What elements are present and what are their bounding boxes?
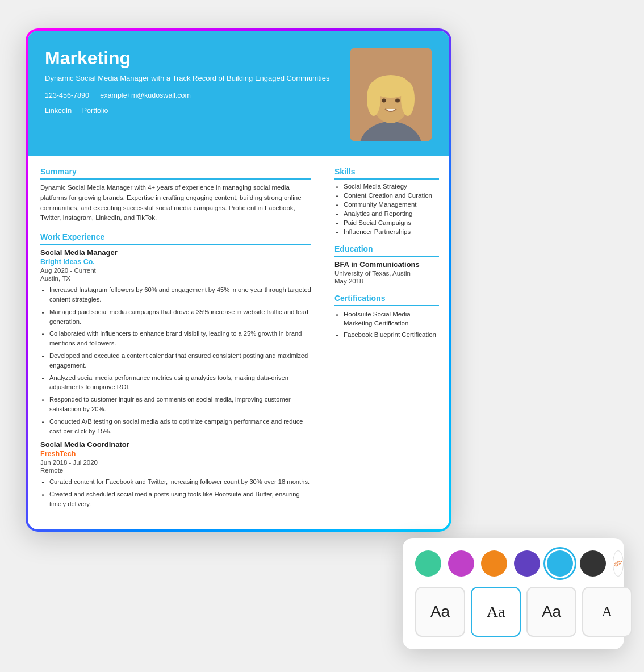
color-swatch-purple-pink[interactable] bbox=[448, 550, 474, 577]
cert-2: Facebook Blueprint Certification bbox=[344, 330, 439, 339]
header-phone: 123-456-7890 bbox=[45, 91, 89, 99]
font-option-thin[interactable]: A bbox=[582, 587, 632, 637]
job-1-dates: Aug 2020 - Current bbox=[40, 267, 311, 274]
color-row: ✏ bbox=[415, 550, 612, 577]
resume-right-column: Skills Social Media Strategy Content Cre… bbox=[324, 156, 449, 529]
summary-text: Dynamic Social Media Manager with 4+ yea… bbox=[40, 183, 311, 223]
job-2: Social Media Coordinator FreshTech Jun 2… bbox=[40, 440, 311, 508]
svg-rect-7 bbox=[373, 86, 409, 95]
education-section: Education BFA in Communications Universi… bbox=[334, 244, 439, 285]
cert-1: Hootsuite Social Media Marketing Certifi… bbox=[344, 310, 439, 328]
skill-3: Community Management bbox=[344, 201, 439, 208]
font-option-light[interactable]: Aa bbox=[526, 587, 576, 637]
picker-panel: ✏ Aa Aa Aa A bbox=[403, 538, 624, 649]
job-1-bullet-3: Collaborated with influencers to enhance… bbox=[49, 329, 311, 348]
work-experience-title: Work Experience bbox=[40, 232, 311, 245]
edu-school: University of Texas, Austin bbox=[334, 270, 439, 277]
job-1-bullet-1: Increased Instagram followers by 60% and… bbox=[49, 285, 311, 304]
job-2-bullet-2: Created and scheduled social media posts… bbox=[49, 490, 311, 509]
color-swatch-dark[interactable] bbox=[580, 550, 606, 577]
edu-date: May 2018 bbox=[334, 278, 439, 285]
header-left: Marketing Dynamic Social Media Manager w… bbox=[45, 48, 350, 115]
header-subtitle: Dynamic Social Media Manager with a Trac… bbox=[45, 73, 338, 84]
header-links: LinkedIn Portfolio bbox=[45, 105, 338, 115]
font-label-light: Aa bbox=[542, 603, 561, 621]
job-1-bullet-5: Analyzed social media performance metric… bbox=[49, 373, 311, 393]
color-custom-button[interactable]: ✏ bbox=[613, 550, 624, 577]
font-row: Aa Aa Aa A bbox=[415, 587, 612, 637]
job-1-bullets: Increased Instagram followers by 60% and… bbox=[49, 285, 311, 436]
summary-section: Summary Dynamic Social Media Manager wit… bbox=[40, 167, 311, 223]
header-contact: 123-456-7890 example+m@kudoswall.com bbox=[45, 91, 338, 99]
resume-header: Marketing Dynamic Social Media Manager w… bbox=[28, 31, 449, 156]
job-2-dates: Jun 2018 - Jul 2020 bbox=[40, 459, 311, 466]
resume-wrapper: Marketing Dynamic Social Media Manager w… bbox=[26, 28, 451, 532]
pencil-icon: ✏ bbox=[610, 555, 626, 571]
color-swatch-blue[interactable] bbox=[547, 550, 573, 577]
color-swatch-orange[interactable] bbox=[481, 550, 507, 577]
skill-2: Content Creation and Curation bbox=[344, 192, 439, 199]
job-2-company: FreshTech bbox=[40, 450, 311, 458]
portfolio-link[interactable]: Portfolio bbox=[82, 107, 108, 115]
skill-5: Paid Social Campaigns bbox=[344, 219, 439, 226]
job-1-title: Social Media Manager bbox=[40, 248, 311, 257]
svg-point-9 bbox=[395, 99, 400, 103]
certifications-list: Hootsuite Social Media Marketing Certifi… bbox=[344, 310, 439, 339]
font-option-serif[interactable]: Aa bbox=[471, 587, 521, 637]
color-swatch-teal[interactable] bbox=[415, 550, 441, 577]
skill-1: Social Media Strategy bbox=[344, 183, 439, 190]
resume-body: Summary Dynamic Social Media Manager wit… bbox=[28, 156, 449, 529]
job-1-bullet-2: Managed paid social media campaigns that… bbox=[49, 307, 311, 327]
skills-title: Skills bbox=[334, 167, 439, 180]
job-2-title: Social Media Coordinator bbox=[40, 440, 311, 449]
header-title: Marketing bbox=[45, 48, 338, 69]
skill-6: Influencer Partnerships bbox=[344, 228, 439, 235]
linkedin-link[interactable]: LinkedIn bbox=[45, 107, 72, 115]
job-1-bullet-6: Responded to customer inquiries and comm… bbox=[49, 395, 311, 414]
skills-section: Skills Social Media Strategy Content Cre… bbox=[334, 167, 439, 235]
edu-degree: BFA in Communications bbox=[334, 260, 439, 269]
certifications-section: Certifications Hootsuite Social Media Ma… bbox=[334, 294, 439, 339]
resume-left-column: Summary Dynamic Social Media Manager wit… bbox=[28, 156, 324, 529]
skills-list: Social Media Strategy Content Creation a… bbox=[344, 183, 439, 235]
profile-photo bbox=[350, 48, 432, 141]
job-1-bullet-7: Conducted A/B testing on social media ad… bbox=[49, 417, 311, 436]
education-title: Education bbox=[334, 244, 439, 257]
font-label-serif: Aa bbox=[487, 603, 505, 621]
job-1: Social Media Manager Bright Ideas Co. Au… bbox=[40, 248, 311, 436]
font-option-sans[interactable]: Aa bbox=[415, 587, 465, 637]
job-1-bullet-4: Developed and executed a content calenda… bbox=[49, 351, 311, 370]
font-label-thin: A bbox=[602, 603, 613, 620]
header-email: example+m@kudoswall.com bbox=[100, 91, 191, 99]
svg-point-8 bbox=[382, 99, 386, 103]
job-2-bullets: Curated content for Facebook and Twitter… bbox=[49, 477, 311, 508]
summary-title: Summary bbox=[40, 167, 311, 180]
certifications-title: Certifications bbox=[334, 294, 439, 306]
job-1-location: Austin, TX bbox=[40, 275, 311, 282]
job-1-company: Bright Ideas Co. bbox=[40, 258, 311, 266]
skill-4: Analytics and Reporting bbox=[344, 210, 439, 217]
job-2-bullet-1: Curated content for Facebook and Twitter… bbox=[49, 477, 311, 487]
work-experience-section: Work Experience Social Media Manager Bri… bbox=[40, 232, 311, 509]
resume-card: Marketing Dynamic Social Media Manager w… bbox=[28, 31, 449, 529]
job-2-location: Remote bbox=[40, 467, 311, 474]
color-swatch-dark-purple[interactable] bbox=[514, 550, 540, 577]
font-label-sans: Aa bbox=[430, 603, 450, 621]
